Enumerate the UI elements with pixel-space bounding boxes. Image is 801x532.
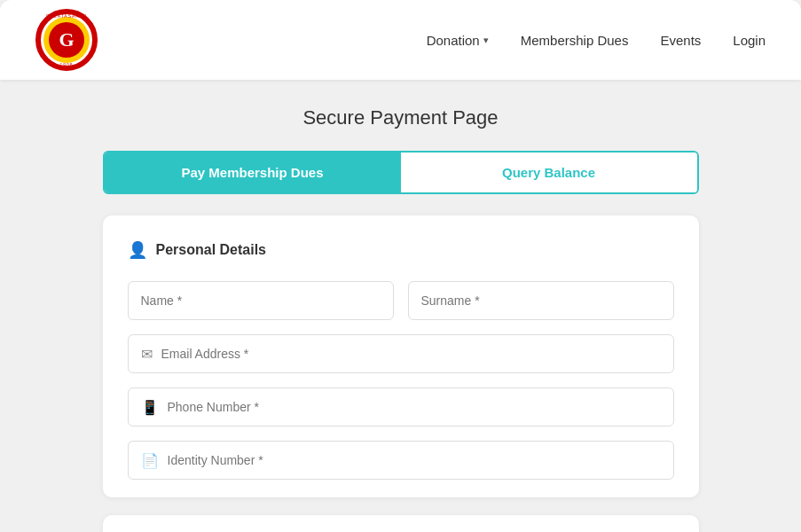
name-input[interactable] — [128, 281, 394, 320]
surname-group — [408, 281, 674, 320]
name-surname-row — [128, 281, 674, 320]
personal-details-heading: 👤 Personal Details — [128, 240, 674, 260]
chevron-down-icon: ▾ — [483, 35, 489, 46]
nav-membership-dues[interactable]: Membership Dues — [521, 33, 629, 48]
email-icon: ✉ — [141, 346, 153, 363]
svg-text:GALATASARAY: GALATASARAY — [46, 13, 88, 19]
page-title: Secure Payment Page — [35, 106, 766, 129]
id-card-icon: 📄 — [141, 452, 159, 469]
svg-text:G: G — [59, 28, 74, 51]
identity-field-wrapper: 📄 — [128, 441, 674, 480]
personal-details-card: 👤 Personal Details ✉ 📱 📄 — [103, 215, 699, 497]
name-group — [128, 281, 394, 320]
main-content: Secure Payment Page Pay Membership Dues … — [0, 80, 801, 532]
nav-donation[interactable]: Donation ▾ — [427, 33, 489, 48]
nav-events[interactable]: Events — [660, 33, 701, 48]
tab-switcher: Pay Membership Dues Query Balance — [103, 151, 699, 194]
person-icon: 👤 — [128, 240, 147, 260]
navbar-links: Donation ▾ Membership Dues Events Login — [427, 33, 766, 48]
identity-input[interactable] — [168, 442, 661, 479]
phone-field-wrapper: 📱 — [128, 387, 674, 426]
phone-input[interactable] — [168, 388, 661, 426]
email-input[interactable] — [161, 335, 661, 372]
payment-details-card: 💳 Payment Details — [103, 515, 699, 532]
phone-icon: 📱 — [141, 399, 159, 416]
logo[interactable]: G GALATASARAY 1908 — [35, 9, 98, 71]
surname-input[interactable] — [408, 281, 674, 320]
nav-login[interactable]: Login — [733, 33, 766, 48]
email-field-wrapper: ✉ — [128, 334, 674, 373]
tab-query-balance[interactable]: Query Balance — [401, 153, 697, 192]
navbar: G GALATASARAY 1908 Donation ▾ Membership… — [0, 0, 801, 80]
tab-pay-membership[interactable]: Pay Membership Dues — [105, 153, 401, 192]
svg-text:1908: 1908 — [59, 62, 73, 67]
